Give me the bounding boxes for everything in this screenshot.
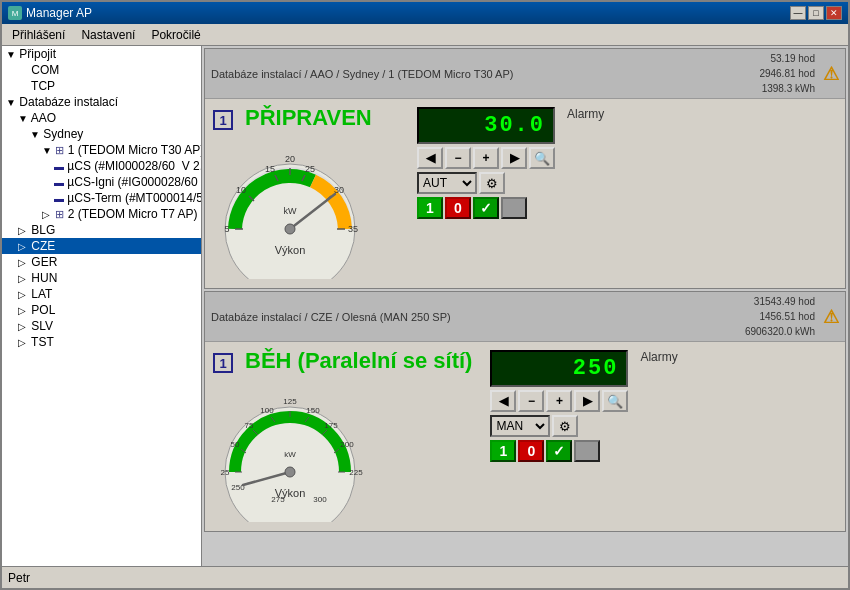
svg-text:300: 300 xyxy=(313,495,327,504)
device1-nav-prev[interactable]: ◀ xyxy=(417,147,443,169)
sidebar-item-ucs3[interactable]: ▬ µCS-Term (#MT000014/59 V 1.43) xyxy=(2,190,201,206)
arrow-icon: ▷ xyxy=(18,257,28,268)
title-bar: M Manager AP — □ ✕ xyxy=(2,2,848,24)
sidebar-item-com[interactable]: COM xyxy=(2,62,201,78)
sidebar-item-blg[interactable]: ▷ BLG xyxy=(2,222,201,238)
app-icon: M xyxy=(8,6,22,20)
device1-check-button[interactable]: ✓ xyxy=(473,197,499,219)
device1-stop-button[interactable]: 0 xyxy=(445,197,471,219)
device1-search-button[interactable]: 🔍 xyxy=(529,147,555,169)
svg-text:125: 125 xyxy=(283,397,297,406)
sidebar-item-lat[interactable]: ▷ LAT xyxy=(2,286,201,302)
svg-text:35: 35 xyxy=(348,224,358,234)
device2-settings-button[interactable]: ⚙ xyxy=(552,415,578,437)
svg-text:25: 25 xyxy=(305,164,315,174)
device1-unit-badge: 1 xyxy=(213,110,233,130)
device1-settings-button[interactable]: ⚙ xyxy=(479,172,505,194)
sidebar-item-hun[interactable]: ▷ HUN xyxy=(2,270,201,286)
sidebar-item-tcp[interactable]: TCP xyxy=(2,78,201,94)
device2-action-row: 1 0 ✓ xyxy=(490,440,628,462)
main-content: ▼ Připojit COM TCP ▼ Databáze instalací … xyxy=(2,46,848,566)
device1-header: Databáze instalací / AAO / Sydney / 1 (T… xyxy=(205,49,845,99)
app-window: M Manager AP — □ ✕ Přihlášení Nastavení … xyxy=(0,0,850,590)
sidebar-item-cze[interactable]: ▷ CZE xyxy=(2,238,201,254)
sidebar-item-slv[interactable]: ▷ SLV xyxy=(2,318,201,334)
search-icon: 🔍 xyxy=(607,394,623,409)
device1-path: Databáze instalací / AAO / Sydney / 1 (T… xyxy=(211,68,513,80)
device2-unit-badge: 1 xyxy=(213,353,233,373)
sidebar-item-ucs1[interactable]: ▬ µCS (#MI000028/60 V 2.23) xyxy=(2,158,201,174)
device2-gauge: 25 50 75 100 125 150 175 200 225 kW xyxy=(213,382,368,522)
svg-point-43 xyxy=(285,467,295,477)
arrow-icon: ▷ xyxy=(18,241,28,252)
sidebar: ▼ Připojit COM TCP ▼ Databáze instalací … xyxy=(2,46,202,566)
arrow-icon: ▷ xyxy=(42,209,52,220)
device2-nav-minus[interactable]: − xyxy=(518,390,544,412)
device2-mode-row: AUT MAN ⚙ xyxy=(490,415,628,437)
device1-mode-select[interactable]: AUT MAN xyxy=(417,172,477,194)
device2-start-button[interactable]: 1 xyxy=(490,440,516,462)
sidebar-item-unit1[interactable]: ▼ ⊞ 1 (TEDOM Micro T30 AP) xyxy=(2,142,201,158)
device1-blank-button[interactable] xyxy=(501,197,527,219)
device2-check-button[interactable]: ✓ xyxy=(546,440,572,462)
device1-alarms-label: Alarmy xyxy=(567,107,837,121)
device1-action-row: 1 0 ✓ xyxy=(417,197,555,219)
device2-stop-button[interactable]: 0 xyxy=(518,440,544,462)
device2-stat2: 1456.51 hod xyxy=(745,309,815,324)
arrow-icon: ▷ xyxy=(18,225,28,236)
window-title: Manager AP xyxy=(26,6,92,20)
svg-text:50: 50 xyxy=(231,440,240,449)
svg-point-17 xyxy=(285,224,295,234)
sidebar-item-aao[interactable]: ▼ AAO xyxy=(2,110,201,126)
menu-pokrocile[interactable]: Pokročilé xyxy=(145,26,206,44)
sidebar-item-ucs2[interactable]: ▬ µCS-Igni (#IG000028/60 V 1.43) xyxy=(2,174,201,190)
svg-text:150: 150 xyxy=(306,406,320,415)
device2-nav-next[interactable]: ▶ xyxy=(574,390,600,412)
device2-alarms-label: Alarmy xyxy=(640,350,837,364)
device1-controls: 30.0 ◀ − + ▶ 🔍 AUT xyxy=(413,103,559,223)
device1-status-area: 1 PŘIPRAVEN xyxy=(209,103,409,284)
device1-start-button[interactable]: 1 xyxy=(417,197,443,219)
device2-nav-plus[interactable]: + xyxy=(546,390,572,412)
device2-status-area: 1 BĚH (Paralelní se sítí) xyxy=(209,346,482,527)
sidebar-item-tst[interactable]: ▷ TST xyxy=(2,334,201,350)
sidebar-item-ger[interactable]: ▷ GER xyxy=(2,254,201,270)
device2-blank-button[interactable] xyxy=(574,440,600,462)
minimize-button[interactable]: — xyxy=(790,6,806,20)
sidebar-item-pripojit[interactable]: ▼ Připojit xyxy=(2,46,201,62)
sidebar-item-db[interactable]: ▼ Databáze instalací xyxy=(2,94,201,110)
device2-title-row: 1 BĚH (Paralelní se sítí) xyxy=(209,346,482,380)
svg-text:75: 75 xyxy=(245,421,254,430)
device-card-1: Databáze instalací / AAO / Sydney / 1 (T… xyxy=(204,48,846,289)
arrow-icon: ▼ xyxy=(18,113,28,124)
device1-stat2: 2946.81 hod xyxy=(759,66,815,81)
svg-text:kW: kW xyxy=(284,206,298,216)
device2-mode-select[interactable]: AUT MAN xyxy=(490,415,550,437)
device1-stat-values: 53.19 hod 2946.81 hod 1398.3 kWh xyxy=(759,51,815,96)
device2-nav-prev[interactable]: ◀ xyxy=(490,390,516,412)
arrow-icon: ▼ xyxy=(30,129,40,140)
sidebar-item-sydney[interactable]: ▼ Sydney xyxy=(2,126,201,142)
right-panel: Databáze instalací / AAO / Sydney / 1 (T… xyxy=(202,46,848,566)
sidebar-item-unit2[interactable]: ▷ ⊞ 2 (TEDOM Micro T7 AP) xyxy=(2,206,201,222)
device2-alarms: Alarmy xyxy=(636,346,841,370)
sidebar-item-pol[interactable]: ▷ POL xyxy=(2,302,201,318)
device1-body: 1 PŘIPRAVEN xyxy=(205,99,845,288)
close-button[interactable]: ✕ xyxy=(826,6,842,20)
menu-prihlaseni[interactable]: Přihlášení xyxy=(6,26,71,44)
device2-search-button[interactable]: 🔍 xyxy=(602,390,628,412)
maximize-button[interactable]: □ xyxy=(808,6,824,20)
device1-nav-next[interactable]: ▶ xyxy=(501,147,527,169)
device2-path: Databáze instalací / CZE / Olesná (MAN 2… xyxy=(211,311,451,323)
device2-controls: 250 ◀ − + ▶ 🔍 AUT xyxy=(486,346,632,466)
device1-nav-plus[interactable]: + xyxy=(473,147,499,169)
device1-digital: 30.0 xyxy=(417,107,555,144)
device2-header: Databáze instalací / CZE / Olesná (MAN 2… xyxy=(205,292,845,342)
device2-stat-values: 31543.49 hod 1456.51 hod 6906320.0 kWh xyxy=(745,294,815,339)
gear-icon: ⚙ xyxy=(559,419,571,434)
menu-nastaveni[interactable]: Nastavení xyxy=(75,26,141,44)
device1-nav-minus[interactable]: − xyxy=(445,147,471,169)
unit2-icon: ⊞ xyxy=(55,208,64,220)
svg-text:Výkon: Výkon xyxy=(275,487,306,499)
device1-gauge-area: 5 10 15 20 25 30 35 kW xyxy=(209,137,409,284)
